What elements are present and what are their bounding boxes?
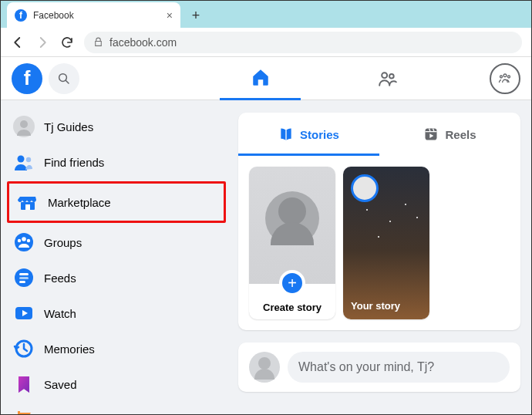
svg-point-15 — [27, 239, 30, 242]
sidebar-item-groups[interactable]: Groups — [7, 225, 226, 259]
svg-rect-24 — [426, 129, 437, 140]
feeds-icon — [13, 267, 35, 288]
content-area: Tj Guides Find friends Marketplace Group… — [1, 100, 531, 415]
your-story-label: Your story — [351, 300, 422, 312]
nav-home[interactable] — [220, 57, 301, 100]
svg-point-13 — [22, 237, 26, 241]
center-navigation — [220, 57, 428, 100]
svg-point-7 — [20, 120, 28, 128]
nav-friends[interactable] — [347, 57, 428, 100]
right-navigation — [490, 63, 520, 94]
svg-rect-22 — [18, 411, 20, 415]
sidebar-item-feeds[interactable]: Feeds — [7, 261, 226, 295]
sidebar-item-memories[interactable]: Memories — [7, 332, 226, 366]
facebook-favicon: f — [15, 9, 27, 22]
stories-icon — [278, 127, 294, 142]
address-bar: facebook.com — [1, 28, 531, 57]
sidebar-item-pages[interactable]: Pages — [7, 403, 226, 415]
svg-point-8 — [18, 156, 25, 163]
svg-point-3 — [503, 74, 507, 77]
svg-rect-18 — [19, 277, 29, 279]
forward-button[interactable] — [35, 35, 50, 50]
tab-strip: f Facebook × + — [1, 1, 531, 28]
svg-point-1 — [382, 73, 387, 78]
your-story-card[interactable]: Your story — [343, 167, 429, 319]
sidebar-item-label: Groups — [44, 236, 82, 249]
facebook-header: f — [1, 57, 531, 100]
compose-avatar-icon — [249, 352, 280, 383]
left-sidebar: Tj Guides Find friends Marketplace Group… — [1, 100, 232, 415]
friends-icon — [378, 69, 398, 89]
svg-rect-11 — [25, 204, 30, 210]
lock-icon — [93, 37, 103, 47]
pages-icon — [13, 409, 35, 415]
tab-reels[interactable]: Reels — [379, 113, 520, 156]
plus-icon: + — [279, 270, 305, 296]
compose-row: What's on your mind, Tj? — [238, 342, 520, 392]
stories-tabs: Stories Reels — [238, 113, 520, 156]
highlight-marketplace: Marketplace — [7, 181, 226, 223]
sidebar-item-label: Saved — [44, 378, 77, 391]
saved-icon — [13, 373, 35, 395]
main-feed: Stories Reels Create story + — [232, 100, 531, 415]
stories-row: Create story + Your story — [238, 156, 520, 330]
sidebar-item-find-friends[interactable]: Find friends — [7, 145, 226, 179]
browser-chrome: f Facebook × + facebook.com — [1, 1, 531, 57]
browser-tab[interactable]: f Facebook × — [7, 2, 180, 28]
sidebar-item-label: Feeds — [44, 272, 76, 285]
url-text: facebook.com — [109, 36, 177, 49]
sidebar-item-watch[interactable]: Watch — [7, 296, 226, 330]
reload-button[interactable] — [59, 35, 75, 50]
tab-reels-label: Reels — [445, 128, 476, 141]
tab-stories[interactable]: Stories — [238, 113, 379, 156]
tab-stories-label: Stories — [300, 128, 339, 141]
sidebar-item-label: Watch — [44, 307, 76, 320]
sidebar-item-label: Find friends — [44, 156, 104, 169]
svg-point-4 — [500, 76, 503, 78]
groups-icon — [13, 231, 35, 253]
search-icon — [57, 72, 71, 86]
svg-point-14 — [18, 239, 21, 242]
reels-icon — [423, 127, 439, 142]
url-input[interactable]: facebook.com — [84, 32, 522, 53]
svg-point-9 — [26, 157, 31, 162]
stories-card: Stories Reels Create story + — [238, 113, 520, 330]
sidebar-item-saved[interactable]: Saved — [7, 367, 226, 401]
sidebar-item-label: Marketplace — [48, 196, 111, 209]
svg-point-2 — [389, 73, 394, 78]
compose-input[interactable]: What's on your mind, Tj? — [288, 352, 510, 383]
back-button[interactable] — [10, 35, 25, 50]
compose-placeholder: What's on your mind, Tj? — [298, 360, 434, 374]
svg-point-12 — [15, 233, 33, 251]
memories-icon — [13, 338, 35, 359]
story-avatar-icon — [351, 174, 379, 202]
svg-rect-17 — [19, 273, 29, 275]
sidebar-item-marketplace[interactable]: Marketplace — [11, 185, 222, 219]
create-story-card[interactable]: Create story + — [249, 167, 335, 319]
sidebar-item-label: Memories — [44, 342, 95, 356]
groups-icon — [497, 71, 513, 86]
find-friends-icon — [13, 151, 35, 173]
tab-title: Facebook — [33, 10, 74, 21]
sidebar-item-label: Tj Guides — [44, 120, 93, 133]
groups-button[interactable] — [490, 63, 520, 94]
svg-point-5 — [508, 76, 510, 78]
close-tab-icon[interactable]: × — [167, 9, 173, 22]
avatar-placeholder-icon — [265, 191, 319, 245]
svg-rect-19 — [19, 281, 25, 283]
marketplace-icon — [17, 191, 39, 213]
facebook-logo[interactable]: f — [12, 63, 42, 94]
home-icon — [251, 67, 271, 87]
profile-avatar-icon — [13, 116, 35, 137]
search-button[interactable] — [49, 63, 79, 94]
svg-rect-23 — [285, 129, 286, 140]
sidebar-item-profile[interactable]: Tj Guides — [7, 110, 226, 143]
new-tab-button[interactable]: + — [185, 5, 207, 26]
watch-icon — [13, 302, 35, 324]
compose-card: What's on your mind, Tj? — [238, 342, 520, 392]
